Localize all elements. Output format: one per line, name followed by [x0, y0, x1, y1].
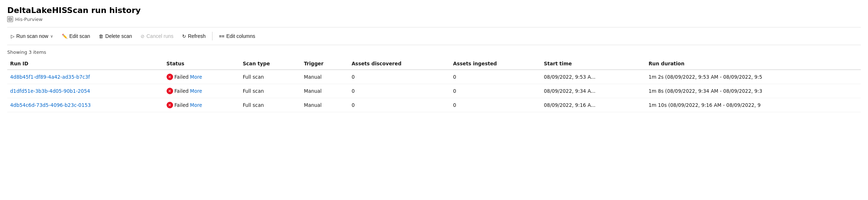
edit-icon: ✏️: [62, 34, 68, 39]
col-start-time: Start time: [541, 58, 646, 70]
error-icon-0: ✕: [167, 74, 173, 80]
cell-status: ✕ Failed More: [164, 70, 240, 84]
refresh-button[interactable]: ↻ Refresh: [179, 31, 209, 41]
table-header-row: Run ID Status Scan type Trigger Assets d…: [7, 58, 861, 70]
toolbar: ▷ Run scan now ∨ ✏️ Edit scan 🗑 Delete s…: [7, 27, 861, 45]
cancel-runs-button[interactable]: ⊘ Cancel runs: [137, 31, 177, 41]
cell-run-duration-0: 1m 2s (08/09/2022, 9:53 AM - 08/09/2022,…: [646, 70, 861, 84]
breadcrumb-text: His-Purview: [15, 17, 43, 22]
refresh-icon: ↻: [182, 34, 186, 39]
col-assets-ingested: Assets ingested: [450, 58, 541, 70]
cell-run-id: 4db54c6d-73d5-4096-b23c-0153: [7, 98, 164, 112]
more-link-1[interactable]: More: [190, 88, 202, 94]
scan-icon: [7, 16, 13, 22]
cell-trigger-2: Manual: [301, 98, 349, 112]
cell-status: ✕ Failed More: [164, 84, 240, 98]
col-trigger: Trigger: [301, 58, 349, 70]
cell-start-time-0: 08/09/2022, 9:53 A...: [541, 70, 646, 84]
edit-scan-button[interactable]: ✏️ Edit scan: [58, 31, 94, 41]
cell-assets-ingested-2: 0: [450, 98, 541, 112]
cell-assets-ingested-0: 0: [450, 70, 541, 84]
edit-scan-label: Edit scan: [69, 33, 90, 39]
scan-history-table: Run ID Status Scan type Trigger Assets d…: [7, 58, 861, 112]
cell-trigger-1: Manual: [301, 84, 349, 98]
error-icon-2: ✕: [167, 102, 173, 108]
more-link-2[interactable]: More: [190, 102, 202, 108]
run-icon: ▷: [11, 34, 14, 39]
run-scan-button[interactable]: ▷ Run scan now ∨: [7, 31, 57, 41]
col-run-id: Run ID: [7, 58, 164, 70]
cancel-icon: ⊘: [141, 34, 145, 39]
delete-icon: 🗑: [99, 34, 103, 39]
cancel-runs-label: Cancel runs: [146, 33, 173, 39]
run-scan-dropdown-icon: ∨: [50, 34, 53, 39]
col-run-duration: Run duration: [646, 58, 861, 70]
cell-scan-type-2: Full scan: [240, 98, 301, 112]
error-icon-1: ✕: [167, 88, 173, 94]
cell-start-time-1: 08/09/2022, 9:34 A...: [541, 84, 646, 98]
breadcrumb: His-Purview: [7, 16, 861, 22]
delete-scan-label: Delete scan: [105, 33, 132, 39]
cell-status: ✕ Failed More: [164, 98, 240, 112]
showing-label: Showing 3 items: [7, 49, 861, 55]
columns-icon: ≡≡: [219, 34, 224, 39]
col-scan-type: Scan type: [240, 58, 301, 70]
col-status: Status: [164, 58, 240, 70]
cell-assets-ingested-1: 0: [450, 84, 541, 98]
cell-run-duration-1: 1m 8s (08/09/2022, 9:34 AM - 08/09/2022,…: [646, 84, 861, 98]
cell-assets-discovered-2: 0: [349, 98, 450, 112]
cell-trigger-0: Manual: [301, 70, 349, 84]
svg-rect-0: [9, 18, 12, 21]
cell-scan-type-0: Full scan: [240, 70, 301, 84]
cell-assets-discovered-1: 0: [349, 84, 450, 98]
table-row: 4db54c6d-73d5-4096-b23c-0153 ✕ Failed Mo…: [7, 98, 861, 112]
table-wrapper: Error: (3913) JavaException: Must have J…: [7, 58, 861, 112]
cell-run-duration-2: 1m 10s (08/09/2022, 9:16 AM - 08/09/2022…: [646, 98, 861, 112]
svg-rect-1: [9, 18, 11, 20]
status-text-0: Failed: [175, 74, 189, 80]
edit-columns-label: Edit columns: [226, 33, 255, 39]
col-assets-discovered: Assets discovered: [349, 58, 450, 70]
table-row: 4d8b45f1-df89-4a42-ad35-b7c3f ✕ Failed M…: [7, 70, 861, 84]
edit-columns-button[interactable]: ≡≡ Edit columns: [215, 31, 259, 41]
run-scan-label: Run scan now: [16, 33, 48, 39]
cell-run-id: 4d8b45f1-df89-4a42-ad35-b7c3f: [7, 70, 164, 84]
more-link-0[interactable]: More: [190, 74, 202, 80]
status-text-1: Failed: [175, 88, 189, 94]
status-text-2: Failed: [175, 102, 189, 108]
run-id-link-0[interactable]: 4d8b45f1-df89-4a42-ad35-b7c3f: [10, 74, 90, 80]
page-title: DeltaLakeHISScan run history: [7, 6, 861, 15]
run-id-link-1[interactable]: d1dfd51e-3b3b-4d05-90b1-2054: [10, 88, 90, 94]
run-id-link-2[interactable]: 4db54c6d-73d5-4096-b23c-0153: [10, 102, 91, 108]
cell-scan-type-1: Full scan: [240, 84, 301, 98]
table-row: d1dfd51e-3b3b-4d05-90b1-2054 ✕ Failed Mo…: [7, 84, 861, 98]
delete-scan-button[interactable]: 🗑 Delete scan: [95, 31, 136, 41]
cell-run-id: d1dfd51e-3b3b-4d05-90b1-2054: [7, 84, 164, 98]
cell-assets-discovered-0: 0: [349, 70, 450, 84]
toolbar-separator: [212, 32, 212, 40]
refresh-label: Refresh: [188, 33, 206, 39]
cell-start-time-2: 08/09/2022, 9:16 A...: [541, 98, 646, 112]
